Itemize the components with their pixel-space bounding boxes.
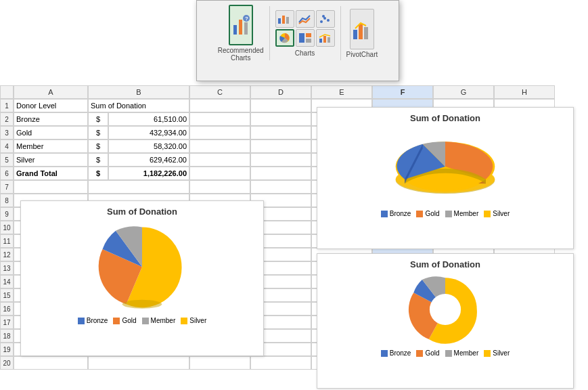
gold-dot-2 — [416, 211, 423, 217]
svg-rect-13 — [299, 33, 304, 43]
silver-dot-3 — [484, 350, 491, 357]
chart-icons-top-row — [275, 10, 335, 28]
legend3-gold: Gold — [416, 349, 439, 357]
cell-b4-sym[interactable]: $ — [88, 139, 108, 153]
cell-b3-sym[interactable]: $ — [88, 126, 108, 139]
cell-c2[interactable] — [189, 112, 250, 126]
svg-rect-6 — [282, 16, 285, 24]
cell-a5[interactable]: Silver — [14, 153, 88, 167]
chart-1[interactable]: Sum of Donation Bronze — [20, 200, 264, 356]
chart-2[interactable]: Sum of Donation — [317, 107, 574, 249]
cell-c1[interactable] — [189, 99, 250, 112]
svg-point-11 — [322, 15, 325, 18]
chart-3-title: Sum of Donation — [317, 259, 573, 269]
chart-2-svg — [378, 129, 513, 204]
chart-3-area — [317, 272, 573, 347]
cell-c5[interactable] — [189, 153, 250, 167]
recommended-charts-label: Recommended Charts — [218, 47, 264, 62]
cell-a6[interactable]: Grand Total — [14, 167, 88, 180]
legend2-silver: Silver — [484, 210, 510, 217]
ribbon-divider — [269, 6, 270, 60]
cell-c20[interactable] — [189, 356, 250, 370]
column-headers: A B C D E F G H — [0, 85, 555, 99]
row-num: 15 — [0, 288, 14, 302]
cell-a4[interactable]: Member — [14, 139, 88, 153]
cell-c6[interactable] — [189, 167, 250, 180]
cell-d2[interactable] — [250, 112, 311, 126]
gold-label-3: Gold — [425, 349, 439, 357]
pie-chart-button[interactable] — [275, 29, 294, 47]
recommended-charts-button[interactable]: ? — [229, 5, 253, 45]
cell-b1[interactable]: Sum of Donation — [88, 99, 189, 112]
row-num: 12 — [0, 248, 14, 261]
cell-b4-val[interactable]: 58,320.00 — [108, 139, 189, 153]
cell-c4[interactable] — [189, 139, 250, 153]
cell-a20[interactable] — [14, 356, 88, 370]
svg-rect-17 — [323, 36, 326, 43]
cell-d3[interactable] — [250, 126, 311, 139]
cell-a1[interactable]: Donor Level — [14, 99, 88, 112]
col-header-g[interactable]: G — [433, 85, 494, 99]
cell-a3[interactable]: Gold — [14, 126, 88, 139]
row-num: 8 — [0, 194, 14, 207]
chart-3[interactable]: Sum of Donation Bronze — [317, 253, 574, 389]
svg-rect-20 — [359, 24, 363, 39]
charts-label: Charts — [275, 49, 335, 57]
cell-b2-sym[interactable]: $ — [88, 112, 108, 126]
chart-1-legend: Bronze Gold Member Silver — [21, 317, 263, 324]
svg-rect-7 — [286, 17, 289, 24]
pivotchart-button[interactable] — [350, 9, 374, 49]
hierarchy-chart-button[interactable] — [296, 29, 315, 47]
svg-rect-14 — [306, 33, 311, 37]
member-dot-3 — [445, 350, 452, 357]
scatter-chart-button[interactable] — [316, 10, 335, 28]
legend-silver: Silver — [181, 317, 206, 324]
svg-rect-15 — [306, 39, 311, 43]
row-num: 3 — [0, 126, 14, 139]
legend2-member: Member — [445, 210, 479, 217]
row-num: 1 — [0, 99, 14, 112]
row-num: 18 — [0, 329, 14, 343]
cell-d4[interactable] — [250, 139, 311, 153]
legend-member: Member — [142, 317, 176, 324]
cell-b5-sym[interactable]: $ — [88, 153, 108, 167]
col-header-h[interactable]: H — [494, 85, 555, 99]
cell-c3[interactable] — [189, 126, 250, 139]
col-header-a[interactable]: A — [14, 85, 88, 99]
cell-b5-val[interactable]: 629,462.00 — [108, 153, 189, 167]
row-num: 17 — [0, 316, 14, 329]
col-header-b[interactable]: B — [88, 85, 189, 99]
cell-d1[interactable] — [250, 99, 311, 112]
bar-chart-button[interactable] — [275, 10, 294, 28]
cell-a2[interactable]: Bronze — [14, 112, 88, 126]
cell-b3-val[interactable]: 432,934.00 — [108, 126, 189, 139]
cell-b20[interactable] — [88, 356, 189, 370]
cell-d20[interactable] — [250, 356, 311, 370]
row-num: 9 — [0, 207, 14, 221]
combo-chart-button[interactable] — [316, 29, 335, 47]
cell-c7[interactable] — [189, 180, 250, 194]
line-chart-button[interactable] — [296, 10, 315, 28]
bronze-dot-2 — [381, 211, 388, 217]
col-header-d[interactable]: D — [250, 85, 311, 99]
recommended-charts-group: ? Recommended Charts — [218, 5, 264, 62]
col-header-e[interactable]: E — [311, 85, 372, 99]
cell-d5[interactable] — [250, 153, 311, 167]
cell-b6-sym[interactable]: $ — [88, 167, 108, 180]
cell-d6[interactable] — [250, 167, 311, 180]
legend3-silver: Silver — [484, 349, 510, 357]
cell-b7[interactable] — [88, 180, 189, 194]
cell-d7[interactable] — [250, 180, 311, 194]
silver-dot — [181, 318, 187, 324]
chart-1-svg — [98, 223, 186, 311]
silver-label: Silver — [189, 317, 206, 324]
col-header-f[interactable]: F — [372, 85, 433, 99]
recommended-charts-icon: ? — [231, 13, 250, 37]
silver-label-3: Silver — [493, 349, 510, 357]
cell-b2-val[interactable]: 61,510.00 — [108, 112, 189, 126]
charts-icons-group: Charts — [275, 10, 335, 57]
cell-b6-val[interactable]: 1,182,226.00 — [108, 167, 189, 180]
col-header-c[interactable]: C — [189, 85, 250, 99]
cell-a7[interactable] — [14, 180, 88, 194]
svg-rect-18 — [327, 37, 330, 43]
